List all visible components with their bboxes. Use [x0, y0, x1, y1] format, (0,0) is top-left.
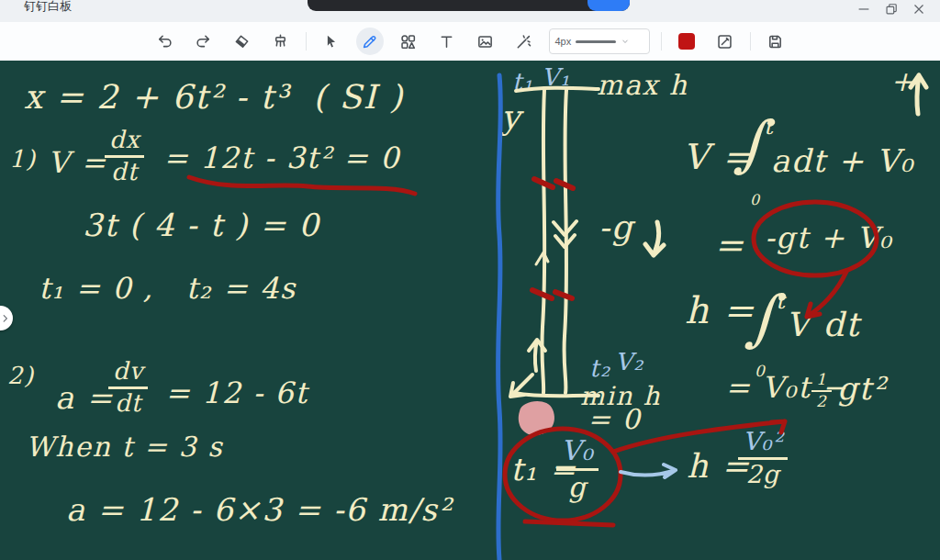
toolbar-divider: [306, 32, 307, 50]
eq-v-result-equals: =: [714, 228, 744, 263]
diagram-right-line: [565, 90, 567, 393]
eq-v-integral-rhs: adt + V₀: [771, 145, 914, 176]
label-t1: t₁: [512, 70, 534, 94]
undo-icon: [160, 36, 171, 46]
left-line-caret: [536, 252, 548, 264]
color-swatch-chip: [678, 33, 695, 50]
select-button[interactable]: [318, 28, 345, 55]
annotate-icon: [719, 36, 731, 48]
diagram-left-line: [542, 90, 544, 393]
pen-button[interactable]: [356, 28, 384, 55]
label-equals-zero: = 0: [588, 406, 641, 433]
toolbar-divider: [750, 32, 751, 50]
corner-down-left-arrow: [510, 375, 532, 397]
shapes-icon: [402, 36, 414, 48]
eq-h-expanded-tail: gt²: [837, 373, 887, 404]
down-chevron-2: [555, 235, 575, 247]
toolbar-divider: [661, 32, 662, 50]
eq-roots: t₁ = 0 , t₂ = 4s: [39, 274, 297, 303]
label-v2: V₂: [615, 350, 644, 374]
label-y-axis: y: [501, 101, 521, 134]
eraser-icon: [236, 36, 247, 47]
toolbar: 4px: [0, 22, 940, 61]
restore-button[interactable]: [883, 1, 900, 17]
eq-h-integral-rhs: V dt: [786, 308, 860, 342]
label-part-2: 2): [7, 364, 35, 387]
text-button[interactable]: [433, 28, 461, 55]
frac-v0sq-over-2g: V₀²2g: [738, 428, 788, 488]
label-v1: V₁: [542, 65, 571, 89]
redo-button[interactable]: [190, 28, 218, 55]
red-tick-2-right: [555, 292, 572, 298]
frac-one-half: 12: [811, 371, 832, 410]
image-icon: [479, 36, 491, 46]
vertical-axis-blue-line: [498, 75, 500, 560]
stroke-size-dropdown[interactable]: 4px: [549, 28, 650, 54]
red-tick-2-left: [532, 290, 552, 298]
laser-pointer-button[interactable]: [510, 28, 538, 55]
caret-down-icon: [621, 37, 630, 46]
share-bar-button[interactable]: [588, 0, 630, 11]
eq-factored: 3t ( 4 - t ) = 0: [83, 209, 319, 241]
close-button[interactable]: [911, 1, 927, 17]
panel-expand-button[interactable]: [0, 306, 13, 330]
image-button[interactable]: [472, 28, 499, 55]
red-tick-1-right: [556, 181, 573, 188]
eq-v-result: -gt + V₀: [765, 223, 892, 252]
restore-icon: [883, 1, 900, 17]
eq-when: When t = 3 s: [26, 433, 223, 461]
color-swatch-button[interactable]: [673, 28, 700, 55]
stroke-preview-line: [576, 40, 616, 43]
label-t2: t₂: [589, 356, 611, 380]
eq-velocity-lhs: V =: [48, 148, 107, 177]
screen-share-bar: [308, 0, 630, 11]
up-arrow: [529, 340, 545, 371]
pen-icon: [364, 36, 375, 47]
eraser-button[interactable]: [229, 28, 256, 55]
integral-upper-2: t: [776, 290, 786, 312]
label-plus-axis: +: [890, 68, 915, 95]
integral-sign-1: ∫: [734, 114, 767, 174]
eq-accel-lhs: a =: [55, 382, 114, 413]
red-underline-t1-eq: [525, 521, 613, 525]
window-controls: [856, 1, 927, 17]
stroke-size-value: 4px: [555, 36, 572, 47]
laser-pointer-icon: [518, 36, 530, 48]
text-icon: [442, 37, 451, 47]
implies-arrow: [621, 465, 676, 477]
whiteboard-canvas[interactable]: x = 2 + 6t² - t³ ( SI )1)V == 12t - 3t² …: [0, 61, 940, 560]
annotate-button[interactable]: [711, 28, 739, 55]
down-chevron-1: [554, 221, 576, 235]
pink-blob: [519, 401, 554, 435]
undo-button[interactable]: [151, 28, 179, 55]
window-title: 钉钉白板: [24, 0, 72, 15]
frac-v0-over-g: V₀g: [556, 435, 599, 502]
label-minus-g: -g: [599, 211, 633, 244]
shapes-button[interactable]: [395, 28, 422, 55]
integral-sign-2: ∫: [745, 288, 778, 349]
label-part-1: 1): [9, 147, 37, 171]
red-tick-1-left: [534, 179, 553, 187]
eq-accel-rhs: = 12 - 6t: [165, 378, 308, 408]
clear-board-icon: [276, 35, 285, 46]
label-max-h: max h: [597, 72, 688, 99]
cursor-icon: [328, 35, 335, 47]
eq-velocity-rhs: = 12t - 3t² = 0: [163, 143, 400, 173]
eq-accel-value: a = 12 - 6×3 = -6 m/s²: [66, 494, 452, 525]
chevron-right-icon: [0, 312, 11, 324]
frac-dx-dt: dxdt: [105, 127, 144, 185]
save-button[interactable]: [762, 28, 789, 55]
integral-lower-1: 0: [750, 193, 761, 207]
redo-icon: [197, 36, 208, 46]
clear-board-button[interactable]: [267, 28, 295, 55]
minimize-icon: [856, 1, 872, 17]
frac-dv-dt: dvdt: [108, 358, 148, 417]
underline-velocity-eq: [189, 177, 415, 194]
save-icon: [770, 36, 780, 47]
integral-upper-1: t: [764, 116, 774, 138]
eq-position: x = 2 + 6t² - t³ ( SI ): [24, 81, 404, 114]
gravity-down-arrow: [645, 222, 664, 255]
whiteboard-app: 钉钉白板: [0, 0, 940, 560]
minimize-button[interactable]: [856, 1, 872, 17]
close-icon: [911, 1, 927, 17]
